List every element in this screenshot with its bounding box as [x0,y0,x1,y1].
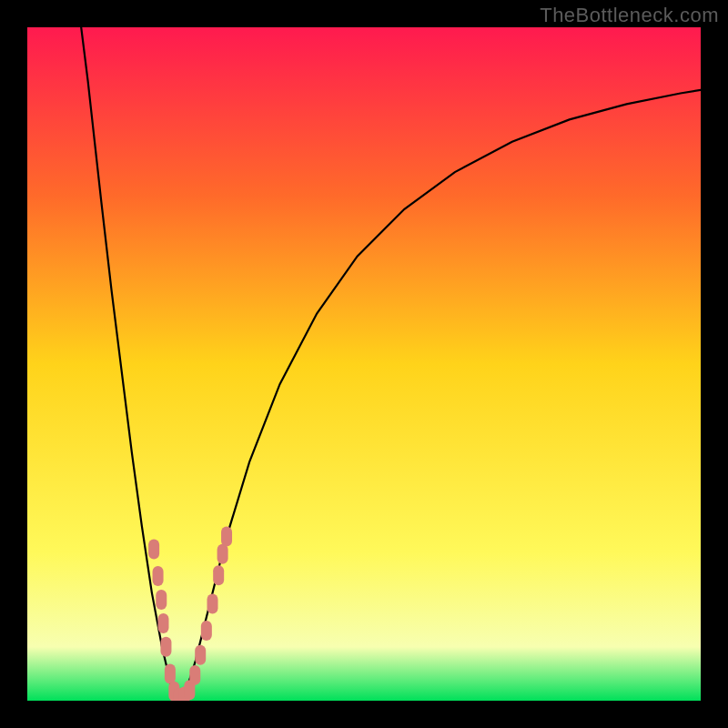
marker-dot [160,637,171,657]
marker-dot [153,566,164,586]
marker-dot [156,590,167,610]
marker-dot [189,665,200,685]
marker-dot [148,540,159,560]
marker-dot [157,613,168,633]
watermark-text: TheBottleneck.com [540,4,719,27]
marker-dot [195,645,206,665]
marker-dot [213,565,224,585]
plot-area [27,27,701,701]
marker-dot [201,621,212,641]
marker-dot [221,526,232,546]
chart-frame: TheBottleneck.com [0,0,728,728]
marker-dot [165,663,176,683]
marker-dot [217,544,228,564]
curve-layer [27,27,701,701]
measured-markers [148,526,232,701]
marker-dot [207,593,218,613]
bottleneck-curve [81,27,701,699]
